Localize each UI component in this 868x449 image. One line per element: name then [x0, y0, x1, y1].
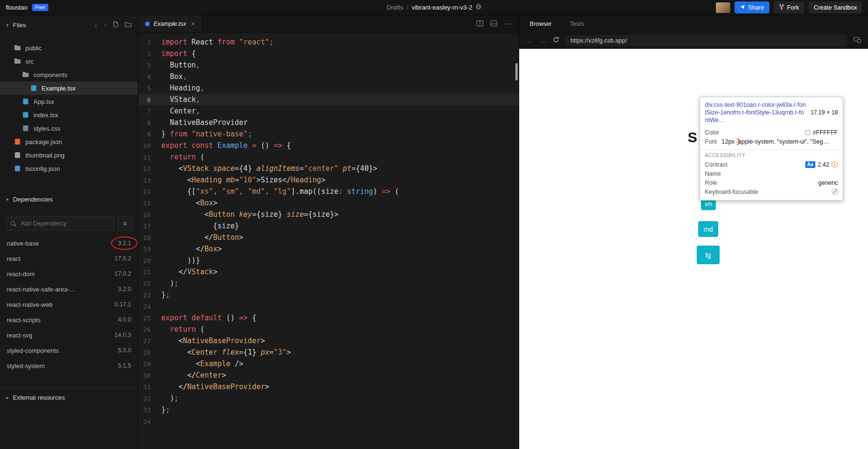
dependency-row-react[interactable]: react17.0.2 [0, 251, 138, 266]
add-dependency-input[interactable] [20, 220, 110, 227]
files-section-header[interactable]: ▾ Files ↓ ↑ [0, 15, 138, 34]
code-line-10[interactable]: 10export const Example = () => { [138, 140, 519, 151]
code-line-31[interactable]: 31 </NativeBaseProvider> [138, 381, 519, 393]
new-file-icon[interactable] [113, 21, 119, 29]
file-row-Example.tsx[interactable]: Example.tsx [0, 81, 138, 95]
color-row: Color #FFFFFF [705, 128, 838, 137]
code-line-34[interactable]: 34 [138, 415, 519, 427]
dependency-row-react-svg[interactable]: react-svg14.0.3 [0, 327, 138, 343]
file-row-public[interactable]: public [0, 41, 138, 55]
line-number: 22 [138, 280, 161, 287]
search-box[interactable] [6, 216, 115, 231]
dependency-row-styled-components[interactable]: styled-components5.3.0 [0, 343, 138, 358]
preview-button-lg[interactable]: lg [697, 246, 720, 264]
share-button[interactable]: Share [734, 1, 769, 13]
download-icon[interactable]: ↓ [94, 22, 98, 29]
code-line-32[interactable]: 32 ); [138, 393, 519, 404]
code-line-18[interactable]: 18 </Button> [138, 232, 519, 243]
tab-tests[interactable]: Tests [570, 21, 584, 27]
line-number: 13 [138, 177, 161, 184]
dependency-row-native-base[interactable]: native-base3.2.1 [0, 236, 138, 251]
split-view-icon[interactable] [477, 20, 483, 28]
dependency-row-react-scripts[interactable]: react-scripts4.0.0 [0, 312, 138, 327]
code-text: ); [161, 394, 178, 403]
dependencies-section-header[interactable]: ▾ Dependencies [0, 190, 138, 209]
code-line-12[interactable]: 12 <VStack space={4} alignItems="center"… [138, 163, 519, 174]
file-row-components[interactable]: components [0, 68, 138, 81]
responsive-devices-icon[interactable] [854, 36, 861, 45]
file-row-thumbnail.png[interactable]: thumbnail.png [0, 148, 138, 162]
split-bottom-icon[interactable] [490, 20, 497, 28]
dependency-version: 5.3.0 [118, 347, 131, 354]
code-line-19[interactable]: 19 </Box> [138, 243, 519, 255]
file-row-styles.css[interactable]: styles.css [0, 122, 138, 135]
code-line-11[interactable]: 11 return ( [138, 151, 519, 163]
breadcrumb-drafts[interactable]: Drafts [387, 4, 403, 11]
code-line-27[interactable]: 27 <NativeBaseProvider> [138, 335, 519, 347]
code-line-26[interactable]: 26 return ( [138, 324, 519, 335]
avatar[interactable] [716, 2, 730, 13]
code-line-9[interactable]: 9} from "native-base"; [138, 128, 519, 140]
file-row-index.tsx[interactable]: index.tsx [0, 108, 138, 122]
chevron-down-icon[interactable]: ▾ [6, 197, 9, 202]
file-row-App.tsx[interactable]: App.tsx [0, 95, 138, 108]
code-line-6[interactable]: 6 VStack, [138, 94, 519, 105]
code-line-21[interactable]: 21 </VStack> [138, 266, 519, 278]
dependency-row-react-dom[interactable]: react-dom17.0.2 [0, 266, 138, 281]
preview-button-md[interactable]: md [698, 221, 718, 237]
tab-example-tsx[interactable]: Example.tsx × [138, 15, 202, 32]
code-line-1[interactable]: 1import React from "react"; [138, 36, 519, 48]
more-options-icon[interactable]: ⋯ [504, 20, 512, 28]
code-line-3[interactable]: 3 Button, [138, 59, 519, 71]
editor-scrollbar[interactable] [515, 63, 518, 80]
fork-button[interactable]: Fork [774, 1, 804, 13]
file-row-package.json[interactable]: package.json [0, 135, 138, 148]
code-line-2[interactable]: 2import { [138, 48, 519, 59]
code-line-15[interactable]: 15 <Box> [138, 197, 519, 209]
code-line-23[interactable]: 23}; [138, 289, 519, 301]
code-editor[interactable]: 1import React from "react";2import {3 Bu… [138, 33, 519, 449]
create-sandbox-button[interactable]: Create Sandbox [809, 1, 862, 13]
dependency-row-react-native-web[interactable]: react-native-web0.17.1 [0, 297, 138, 312]
code-line-25[interactable]: 25export default () => { [138, 312, 519, 324]
new-folder-icon[interactable] [125, 22, 132, 29]
code-line-20[interactable]: 20 ))} [138, 255, 519, 266]
code-line-28[interactable]: 28 <Center flex={1} px="3"> [138, 347, 519, 358]
code-line-14[interactable]: 14 {["xs", "sm", "md", "lg"].map((size: … [138, 186, 519, 197]
file-label: Example.tsx [42, 85, 76, 92]
code-line-22[interactable]: 22 ); [138, 278, 519, 289]
close-tab-icon[interactable]: × [191, 20, 195, 28]
file-row-src[interactable]: src [0, 55, 138, 68]
dependency-menu-button[interactable]: ≡ [118, 216, 132, 231]
code-line-7[interactable]: 7 Center, [138, 105, 519, 117]
code-text: <NativeBaseProvider> [161, 337, 265, 345]
code-line-16[interactable]: 16 <Button key={size} size={size}> [138, 209, 519, 220]
chevron-right-icon[interactable]: ▸ [6, 395, 9, 400]
code-text: <Center flex={1} px="3"> [161, 348, 291, 357]
code-line-8[interactable]: 8 NativeBaseProvider [138, 117, 519, 128]
url-input[interactable] [566, 35, 847, 46]
code-line-33[interactable]: 33}; [138, 404, 519, 415]
code-line-4[interactable]: 4 Box, [138, 71, 519, 82]
back-icon[interactable]: ← [526, 37, 533, 45]
code-line-30[interactable]: 30 </Center> [138, 370, 519, 381]
code-line-5[interactable]: 5 Heading, [138, 82, 519, 94]
code-line-13[interactable]: 13 <Heading mb="10">Sizes</Heading> [138, 174, 519, 186]
code-text: return ( [161, 325, 204, 334]
dependency-row-react-native-safe-area-...[interactable]: react-native-safe-area-...3.2.0 [0, 281, 138, 297]
file-row-tsconfig.json[interactable]: tsconfig.json [0, 162, 138, 175]
upload-icon[interactable]: ↑ [104, 22, 107, 29]
sandbox-title[interactable]: vibrant-easley-rn-v3-2 [412, 4, 472, 11]
code-line-24[interactable]: 24 [138, 301, 519, 312]
refresh-icon[interactable] [553, 36, 559, 45]
chevron-down-icon[interactable]: ▾ [6, 22, 9, 28]
forward-icon[interactable]: → [539, 37, 546, 45]
code-line-17[interactable]: 17 {size} [138, 220, 519, 232]
role-label: Role [705, 180, 717, 186]
code-line-29[interactable]: 29 <Example /> [138, 358, 519, 370]
code-lines: 1import React from "react";2import {3 Bu… [138, 36, 519, 427]
username[interactable]: floustao [6, 4, 28, 11]
dependency-row-styled-system[interactable]: styled-system5.1.5 [0, 358, 138, 373]
tab-browser[interactable]: Browser [530, 21, 552, 27]
external-resources-header[interactable]: ▸ External resources [0, 388, 138, 407]
